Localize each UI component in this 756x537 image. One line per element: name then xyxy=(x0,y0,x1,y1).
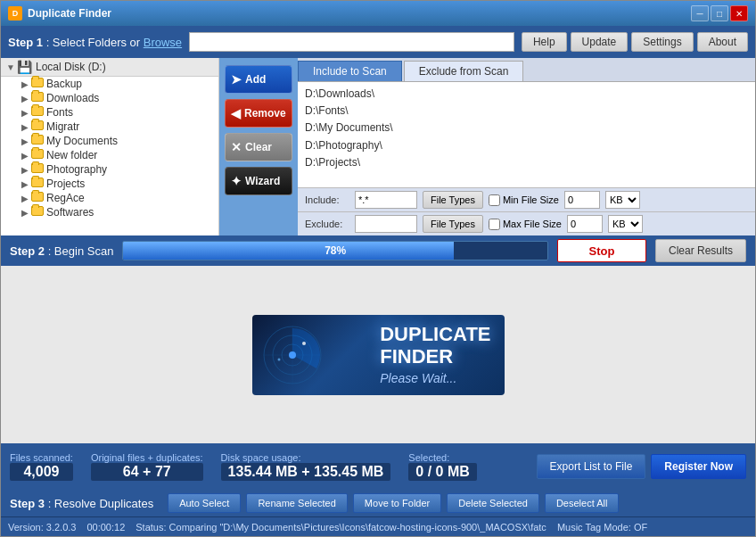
disk-value: 135.44 MB + 135.45 MB xyxy=(221,463,391,481)
folder-icon-softwares xyxy=(31,206,44,219)
max-size-label: Max File Size xyxy=(503,219,562,229)
min-size-input[interactable] xyxy=(564,191,600,209)
rename-selected-button[interactable]: Rename Selected xyxy=(246,493,347,513)
tree-item-fonts[interactable]: ▶ Fonts xyxy=(1,105,218,120)
auto-select-button[interactable]: Auto Select xyxy=(168,493,241,513)
clear-button[interactable]: ✕ Clear xyxy=(225,133,292,161)
progress-text: 78% xyxy=(123,242,547,260)
title-controls: ─ □ ✕ xyxy=(691,5,748,21)
tree-label-newfolder: New folder xyxy=(46,149,97,161)
toggle-fonts: ▶ xyxy=(19,108,31,118)
tree-item-regace[interactable]: ▶ RegAce xyxy=(1,191,218,205)
clear-icon: ✕ xyxy=(231,140,242,154)
tree-label-softwares: Softwares xyxy=(46,206,94,219)
update-button[interactable]: Update xyxy=(571,32,629,52)
browse-link[interactable]: Browse xyxy=(144,36,182,49)
stats-bar: Files scanned: 4,009 Original files + du… xyxy=(1,443,755,490)
export-button[interactable]: Export List to File xyxy=(537,454,646,479)
about-button[interactable]: About xyxy=(697,32,748,52)
disk-root[interactable]: ▼ 💾 Local Disk (D:) xyxy=(1,58,218,77)
tree-label-mydocs: My Documents xyxy=(46,135,118,147)
folder-icon-fonts xyxy=(31,106,44,119)
tree-item-migratr[interactable]: ▶ Migratr xyxy=(1,120,218,134)
max-size-input[interactable] xyxy=(567,215,603,233)
selected-group: Selected: 0 / 0 MB xyxy=(408,452,476,481)
disk-group: Disk space usage: 135.44 MB + 135.45 MB xyxy=(221,452,391,481)
include-path-3: D:\My Documents\ xyxy=(305,120,748,136)
tab-exclude[interactable]: Exclude from Scan xyxy=(404,61,524,81)
exclude-file-types-button[interactable]: File Types xyxy=(423,215,483,233)
folder-icon-downloads xyxy=(31,92,44,104)
move-to-folder-button[interactable]: Move to Folder xyxy=(353,493,441,513)
df-banner: DUPLICATEFINDER Please Wait... xyxy=(252,315,505,395)
step1-num: Step 1 xyxy=(8,36,43,49)
folder-icon-photography xyxy=(31,163,44,176)
step1-text: : Select Folders or xyxy=(46,36,144,49)
minimize-button[interactable]: ─ xyxy=(691,5,709,21)
close-button[interactable]: ✕ xyxy=(730,5,748,21)
tree-item-downloads[interactable]: ▶ Downloads xyxy=(1,91,218,105)
remove-button[interactable]: ◀ Remove xyxy=(225,99,292,128)
maximize-button[interactable]: □ xyxy=(711,5,728,21)
tree-label-regace: RegAce xyxy=(46,192,85,204)
toggle-newfolder: ▶ xyxy=(19,151,31,161)
toggle-regace: ▶ xyxy=(19,194,31,203)
main-window: D Duplicate Finder ─ □ ✕ Step 1 : Select… xyxy=(0,0,756,537)
clear-results-button[interactable]: Clear Results xyxy=(655,239,746,262)
action-panel: ➤ Add ◀ Remove ✕ Clear ✦ Wizard xyxy=(219,58,298,235)
time-status: 00:00:12 xyxy=(86,522,125,533)
nav-buttons: Help Update Settings About xyxy=(522,32,748,52)
exclude-input[interactable] xyxy=(355,215,417,233)
remove-icon: ◀ xyxy=(231,106,241,120)
tree-item-softwares[interactable]: ▶ Softwares xyxy=(1,205,218,219)
folder-icon-newfolder xyxy=(31,149,44,161)
svg-point-6 xyxy=(302,342,306,345)
step2-num: Step 2 xyxy=(10,244,45,258)
step2-bar: Step 2 : Begin Scan 78% Stop Clear Resul… xyxy=(1,235,755,266)
add-button[interactable]: ➤ Add xyxy=(225,65,292,94)
banner-subtitle: Please Wait... xyxy=(380,371,456,385)
disk-label: Local Disk (D:) xyxy=(36,61,106,73)
step3-bar: Step 3 : Resolve Duplicates Auto Select … xyxy=(1,490,755,516)
register-button[interactable]: Register Now xyxy=(651,454,746,479)
disk-label: Disk space usage: xyxy=(221,452,391,463)
include-input[interactable] xyxy=(355,191,417,209)
delete-selected-button[interactable]: Delete Selected xyxy=(447,493,539,513)
svg-point-7 xyxy=(277,358,280,360)
selected-label: Selected: xyxy=(408,452,476,463)
min-size-unit[interactable]: KB MB xyxy=(605,191,640,209)
step3-label: Step 3 : Resolve Duplicates xyxy=(10,497,153,510)
originals-value: 64 + 77 xyxy=(91,463,203,481)
deselect-all-button[interactable]: Deselect All xyxy=(545,493,619,513)
step2-text: : Begin Scan xyxy=(48,244,114,258)
settings-button[interactable]: Settings xyxy=(631,32,693,52)
max-size-unit[interactable]: KB MB xyxy=(608,215,643,233)
include-path-5: D:\Projects\ xyxy=(305,154,748,171)
tree-item-photography[interactable]: ▶ Photography xyxy=(1,162,218,177)
stop-button[interactable]: Stop xyxy=(557,239,646,262)
include-filter-row: Include: File Types Min File Size KB MB xyxy=(298,187,755,211)
tree-item-projects[interactable]: ▶ Projects xyxy=(1,177,218,191)
min-size-checkbox[interactable] xyxy=(489,194,500,206)
scan-content: D:\Downloads\ D:\Fonts\ D:\My Documents\… xyxy=(298,82,755,187)
scan-status: Status: Comparing "D:\My Documents\Pictu… xyxy=(136,522,546,533)
wizard-icon: ✦ xyxy=(231,174,242,188)
tree-panel: ▼ 💾 Local Disk (D:) ▶ Backup ▶ Downloads xyxy=(1,58,219,235)
music-status: Music Tag Mode: OF xyxy=(557,522,647,533)
tab-include[interactable]: Include to Scan xyxy=(298,61,402,81)
path-input[interactable] xyxy=(189,32,514,52)
include-path-4: D:\Photography\ xyxy=(305,137,748,154)
wizard-button[interactable]: ✦ Wizard xyxy=(225,167,292,195)
tree-item-mydocs[interactable]: ▶ My Documents xyxy=(1,134,218,148)
files-scanned-label: Files scanned: xyxy=(10,452,73,463)
tree-item-backup[interactable]: ▶ Backup xyxy=(1,77,218,91)
max-size-checkbox[interactable] xyxy=(489,219,500,230)
include-file-types-button[interactable]: File Types xyxy=(423,191,483,209)
max-file-size-check: Max File Size xyxy=(489,219,562,230)
title-bar-left: D Duplicate Finder xyxy=(8,6,111,21)
help-button[interactable]: Help xyxy=(522,32,567,52)
add-icon: ➤ xyxy=(231,72,242,87)
tree-item-newfolder[interactable]: ▶ New folder xyxy=(1,148,218,162)
exclude-filter-row: Exclude: File Types Max File Size KB MB xyxy=(298,211,755,235)
include-path-2: D:\Fonts\ xyxy=(305,103,748,120)
